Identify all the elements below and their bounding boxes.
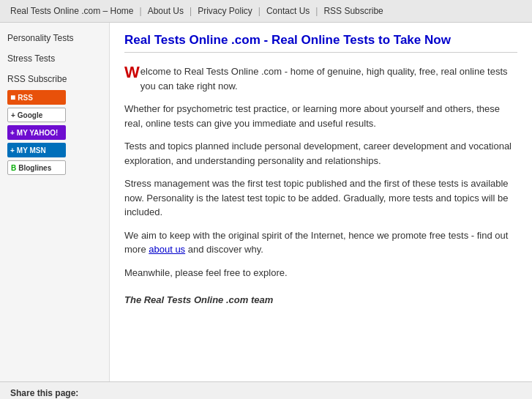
top-nav-bar: Real Tests Online .com – Home | About Us…	[0, 0, 532, 23]
page-title: Real Tests Online .com - Real Online Tes…	[124, 33, 517, 53]
para2: Whether for psychometric test practice, …	[124, 102, 517, 130]
rss-badge-yahoo[interactable]: + MY YAHOO!	[7, 125, 66, 140]
rss-badge-msn[interactable]: + MY MSN	[7, 143, 66, 157]
about-us-inline-link[interactable]: about us	[149, 244, 185, 255]
sep3: |	[258, 6, 261, 16]
sidebar-personality-link[interactable]: Personality Tests	[7, 33, 102, 43]
share-page-label: Share this page:	[10, 388, 78, 398]
rss-icon: ■	[10, 92, 15, 102]
footer-share-bar: Share this page: What's This? C Google b…	[0, 381, 532, 399]
para5: We aim to keep with the original spirit …	[124, 228, 517, 257]
sidebar: Personality Tests Stress Tests RSS Subsc…	[0, 23, 110, 381]
bloglines-icon: B	[11, 164, 16, 172]
rss-google-label: Google	[18, 111, 42, 119]
yahoo-icon: +	[10, 129, 15, 137]
rss-msn-label: MY MSN	[17, 146, 46, 154]
share-label-block: Share this page: What's This?	[10, 388, 78, 399]
rss-badge-label: RSS	[18, 94, 33, 102]
about-link[interactable]: About Us	[148, 6, 184, 16]
sep2: |	[190, 6, 192, 16]
para6: Meanwhile, please feel free to explore.	[124, 266, 517, 280]
sidebar-rss-label: RSS Subscribe	[7, 74, 102, 84]
rss-badge-rss[interactable]: ■ RSS	[7, 90, 66, 105]
google-plus-icon: +	[11, 111, 15, 119]
big-w-letter: W	[124, 64, 140, 81]
team-signature: The Real Tests Online .com team	[124, 294, 517, 305]
contact-link[interactable]: Contact Us	[266, 6, 310, 16]
para5-after-text: and discover why.	[188, 244, 263, 255]
sep4: |	[315, 6, 318, 16]
rss-yahoo-label: MY YAHOO!	[17, 129, 59, 137]
para3: Tests and topics planned include persona…	[124, 139, 517, 168]
para1-rest: elcome to Real Tests Online .com - home …	[141, 66, 508, 92]
main-content: Real Tests Online .com - Real Online Tes…	[110, 23, 532, 381]
rss-nav-link[interactable]: RSS Subscribe	[323, 6, 383, 16]
privacy-link[interactable]: Privacy Policy	[198, 6, 252, 16]
msn-icon: +	[10, 146, 15, 154]
sep1: |	[140, 6, 142, 16]
rss-bloglines-label: Bloglines	[18, 164, 51, 172]
rss-badge-bloglines[interactable]: B Bloglines	[7, 160, 66, 175]
para4: Stress management was the first test top…	[124, 176, 517, 220]
intro-paragraph: Welcome to Real Tests Online .com - home…	[124, 64, 517, 93]
home-link[interactable]: Real Tests Online .com – Home	[10, 6, 134, 16]
rss-badge-google[interactable]: + Google	[7, 108, 66, 122]
sidebar-stress-link[interactable]: Stress Tests	[7, 53, 102, 64]
main-layout: Personality Tests Stress Tests RSS Subsc…	[0, 23, 532, 381]
